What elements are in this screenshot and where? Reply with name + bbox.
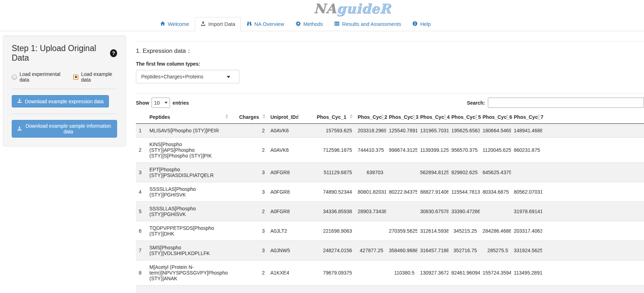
tab-label: Methods <box>303 21 323 27</box>
row-number-cell: 6 <box>136 221 147 241</box>
charge-cell: 3 <box>230 241 268 260</box>
peptide-cell: EPT[Phospho (STY)]PSIASDISLPIATQELR <box>147 163 230 182</box>
value-cell: 125540.7891 <box>386 124 417 138</box>
download-sample-info-button[interactable]: Download example sample information data <box>12 120 117 138</box>
entries-select[interactable]: 10 <box>152 98 170 108</box>
table-row[interactable]: 4SSSSLLAS[Phospho (STY)]PGHISVK3A0FGR874… <box>136 182 644 202</box>
sort-arrows-icon[interactable] <box>263 114 265 118</box>
table-row[interactable]: 8M[Acetyl (Protein N-term)]NPVYSPGSSGVPY… <box>136 260 644 286</box>
value-cell: 80562.07031 <box>511 182 542 202</box>
tab-methods[interactable]: Methods <box>290 17 329 31</box>
table-row[interactable]: 3EPT[Phospho (STY)]PSIASDISLPIATQELR3A0F… <box>136 163 644 182</box>
value-cell: 1139399.125 <box>417 138 448 163</box>
value-cell: 248274.0156 <box>302 241 355 260</box>
sort-arrows-icon[interactable] <box>475 114 478 118</box>
column-header-uniprot_ids[interactable]: Uniprot_IDs <box>268 111 302 124</box>
sidebar-divider <box>12 89 116 89</box>
tab-label: Help <box>420 21 431 27</box>
tab-import-data[interactable]: Import Data <box>195 17 241 31</box>
sort-arrows-icon[interactable] <box>444 114 446 118</box>
page-content: Step 1: Upload Original Data ? Load expe… <box>0 31 644 293</box>
sort-arrows-icon[interactable] <box>225 114 228 118</box>
tab-na-overview[interactable]: NA Overview <box>241 17 290 31</box>
column-header-phos_cyc_5[interactable]: Phos_Cyc_5 <box>448 111 480 124</box>
import-data-main: 1. Expression data： The first few column… <box>136 31 644 293</box>
value-cell: 28903.73438 <box>355 202 386 221</box>
charge-cell: 2 <box>230 260 268 286</box>
row-number-cell: 3 <box>136 163 147 182</box>
value-cell: 82461.96094 <box>448 260 480 286</box>
table-row[interactable]: 6TQDPVPPETPSDS[Phospho (STY)]DHK3A0JLT22… <box>136 221 644 241</box>
value-cell: 331924.5625 <box>511 241 542 260</box>
table-row-partial <box>136 286 644 293</box>
chevron-down-icon <box>165 102 167 104</box>
value-cell <box>386 202 417 221</box>
value-cell <box>355 260 386 286</box>
search-input[interactable] <box>488 98 644 108</box>
table-row[interactable]: 2KINS[Phospho (STY)]APS[Phospho (STY)]S[… <box>136 138 644 163</box>
value-cell: 110380.5 <box>386 260 417 286</box>
show-label: Show <box>136 100 149 106</box>
tab-results-and-assessments[interactable]: Results and Assessments <box>329 17 407 31</box>
column-header-phos_cyc_7[interactable]: Phos_Cyc_7 <box>511 111 542 124</box>
sort-arrows-icon[interactable] <box>506 114 509 118</box>
entries-label: entries <box>172 100 189 106</box>
download-sample-info-label: Download example sample information data <box>25 123 112 134</box>
table-top-divider <box>136 93 644 94</box>
value-cell: 203317.4063 <box>511 221 542 241</box>
radio-load-experimental-data[interactable]: Load experimental data <box>12 71 64 83</box>
tab-label: NA Overview <box>254 21 284 27</box>
value-cell: 80801.82031 <box>355 182 386 202</box>
uniprot-cell: A0JNW5 <box>268 241 302 260</box>
charge-cell: 2 <box>230 138 268 163</box>
question-circle-icon[interactable]: ? <box>110 49 117 57</box>
table-row[interactable]: 1MLISAVS[Phospho (STY)]PEIR2A0AVK6157593… <box>136 124 644 138</box>
home-icon <box>160 21 165 27</box>
uniprot-cell: A0AVK6 <box>268 124 302 138</box>
column-header-phos_cyc_2[interactable]: Phos_Cyc_2 <box>355 111 386 124</box>
sort-arrows-icon[interactable] <box>350 114 353 118</box>
column-header-phos_cyc_1[interactable]: Phos_Cyc_1 <box>302 111 355 124</box>
uniprot-cell: A1KXE4 <box>268 260 302 286</box>
charge-cell: 2 <box>230 124 268 138</box>
peptide-cell: SMS[Phospho (STY)]VDLSHIPLKDPLLFK <box>147 241 230 260</box>
column-header-peptides[interactable]: Peptides <box>147 111 230 124</box>
tab-label: Results and Assessments <box>342 21 401 27</box>
peptide-cell: SSSSLLAS[Phospho (STY)]PGHISVK <box>147 202 230 221</box>
tab-help[interactable]: Help <box>407 17 436 31</box>
value-cell: 148941.4688 <box>511 124 542 138</box>
radio-load-example-data[interactable]: Load example data <box>73 71 117 83</box>
tab-welcome[interactable]: Welcome <box>154 17 195 31</box>
uniprot-cell: A0FGR8 <box>268 202 302 221</box>
column-header-phos_cyc_6[interactable]: Phos_Cyc_6 <box>480 111 511 124</box>
radio-unselected-icon[interactable] <box>12 74 17 80</box>
sort-arrows-icon[interactable] <box>381 114 384 118</box>
value-cell: 31978.69141 <box>511 202 542 221</box>
value-cell: 511129.6875 <box>302 163 355 182</box>
table-row[interactable]: 7SMS[Phospho (STY)]VDLSHIPLKDPLLFK3A0JNW… <box>136 241 644 260</box>
app-header: NAguideR <box>0 0 644 17</box>
row-number-cell: 5 <box>136 202 147 221</box>
column-types-select[interactable]: Peptides+Charges+Proteins <box>136 70 240 83</box>
sort-arrows-icon[interactable] <box>412 114 415 118</box>
sort-arrows-icon[interactable] <box>297 114 299 118</box>
table-icon <box>334 21 340 27</box>
value-cell: 80222.84375 <box>386 182 417 202</box>
table-row[interactable]: 5SSSSLLAS[Phospho (STY)]PGHISVK2A0FGR834… <box>136 202 644 221</box>
download-expression-button[interactable]: Download example expression data <box>12 95 109 107</box>
radio-selected-icon[interactable] <box>73 74 78 80</box>
column-header-charges[interactable]: Charges <box>230 111 268 124</box>
value-cell: 80334.6875 <box>480 182 511 202</box>
peptide-cell: M[Acetyl (Protein N-term)]NPVYSPGSSGVPY[… <box>147 260 230 286</box>
sort-arrows-icon[interactable] <box>537 114 540 118</box>
column-header-phos_cyc_4[interactable]: Phos_Cyc_4 <box>417 111 448 124</box>
value-cell: 860231.875 <box>511 138 542 163</box>
filler-cell <box>542 182 644 202</box>
value-cell: 203318.2969 <box>355 124 386 138</box>
entries-length-control: Show 10 entries <box>136 98 189 108</box>
column-header-phos_cyc_3[interactable]: Phos_Cyc_3 <box>386 111 417 124</box>
main-nav-tabs: WelcomeImport DataNA OverviewMethodsResu… <box>0 17 644 31</box>
upload-icon <box>200 21 206 27</box>
value-cell: 34336.85938 <box>302 202 355 221</box>
entries-selected-value: 10 <box>154 100 160 106</box>
